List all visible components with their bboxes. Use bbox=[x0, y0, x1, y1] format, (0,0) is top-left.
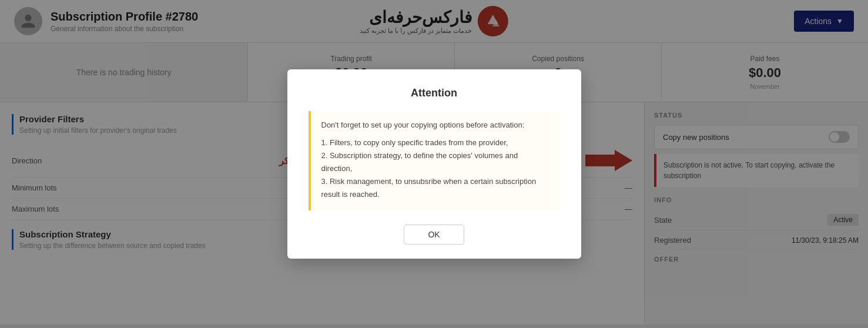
ok-button[interactable]: OK bbox=[404, 225, 464, 245]
modal-item-2: 2. Subscription strategy, to define the … bbox=[321, 149, 549, 175]
modal-intro: Don't forget to set up your copying opti… bbox=[321, 121, 549, 129]
modal-title: Attention bbox=[309, 87, 560, 99]
modal-overlay: Attention Don't forget to set up your co… bbox=[0, 0, 868, 324]
modal-body: Don't forget to set up your copying opti… bbox=[309, 111, 560, 210]
modal-item-3: 3. Risk management, to unsubsribe when a… bbox=[321, 175, 549, 201]
modal-footer: OK bbox=[309, 225, 560, 245]
modal-item-1: 1. Filters, to copy only specific trades… bbox=[321, 136, 549, 149]
attention-modal: Attention Don't forget to set up your co… bbox=[287, 69, 581, 259]
